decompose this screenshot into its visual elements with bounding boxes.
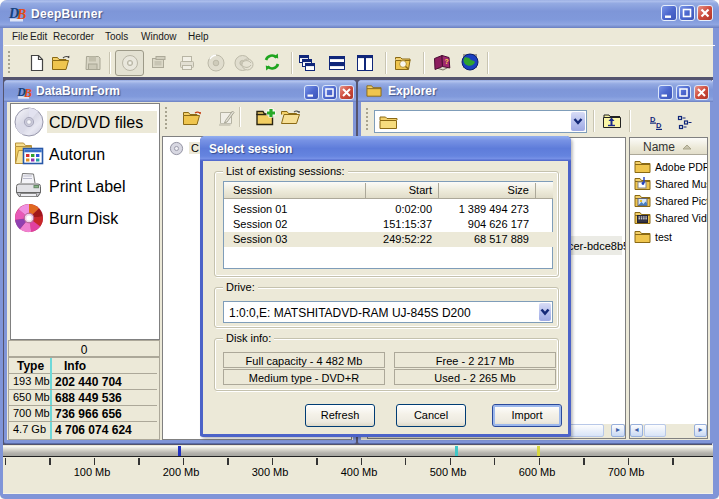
svg-text:B: B (16, 7, 26, 22)
svg-text:B: B (23, 87, 32, 100)
svg-text:D: D (656, 121, 662, 130)
svg-text:?: ? (445, 58, 449, 65)
